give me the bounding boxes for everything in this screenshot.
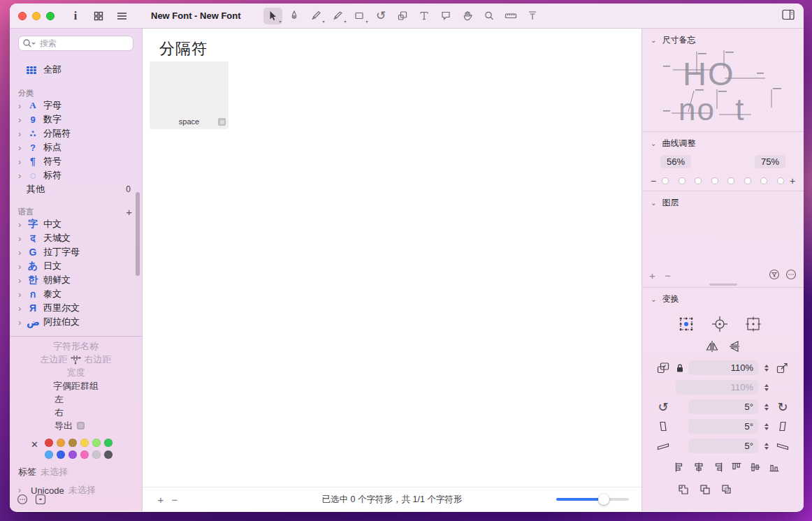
filter-kerning-group[interactable]: 字偶距群组 — [18, 379, 133, 392]
glyph-cell-space[interactable]: space — [150, 61, 229, 129]
clear-color-button[interactable]: ✕ — [31, 436, 39, 460]
sidebar-item-separators[interactable]: › ∴ 分隔符 — [18, 126, 133, 140]
sidebar-toggle-button[interactable] — [781, 8, 795, 24]
filter-width[interactable]: 宽度 — [18, 366, 133, 379]
filter-left-margin[interactable]: 左边距 — [41, 353, 68, 366]
remove-layer-button[interactable]: − — [665, 270, 680, 281]
select-tool[interactable]: ▾ — [263, 8, 282, 24]
align-center-v-button[interactable] — [750, 462, 761, 475]
filter-glyph-name[interactable]: 字符形名称 — [18, 339, 133, 353]
sidebar-scrollbar[interactable] — [136, 192, 140, 276]
zoom-tool[interactable] — [480, 8, 499, 24]
sidebar-item-other[interactable]: 其他 0 — [18, 182, 133, 196]
disclosure-chevron-icon[interactable]: › — [18, 317, 27, 328]
flip-vertical-button[interactable] — [727, 339, 742, 355]
sidebar-item-all[interactable]: 全部 — [18, 62, 133, 78]
curve-step-radio[interactable] — [727, 177, 734, 184]
fit-curve-min-field[interactable]: 56% — [660, 155, 691, 168]
subtract-button[interactable] — [699, 483, 711, 498]
sidebar-item-arabic[interactable]: › ض 阿拉伯文 — [18, 315, 133, 329]
close-button[interactable] — [18, 12, 27, 20]
disclosure-chevron-icon[interactable]: › — [18, 303, 27, 314]
text-tool[interactable] — [415, 8, 434, 24]
curve-step-radio[interactable] — [777, 177, 784, 184]
align-right-button[interactable] — [712, 462, 723, 475]
disclosure-chevron-icon[interactable]: › — [18, 289, 27, 300]
brush-tool[interactable]: ▾ — [328, 8, 347, 24]
color-dot[interactable] — [92, 439, 101, 447]
rotate-stepper[interactable] — [762, 401, 770, 413]
fit-curve-max-field[interactable]: 75% — [755, 155, 785, 168]
intersect-button[interactable] — [720, 483, 733, 498]
align-bottom-button[interactable] — [769, 462, 780, 475]
color-dot[interactable] — [57, 450, 65, 459]
disclosure-chevron-icon[interactable]: › — [18, 233, 27, 244]
curve-step-radio[interactable] — [695, 177, 702, 184]
pen-tool[interactable] — [285, 8, 304, 24]
fit-curve-section-header[interactable]: ⌄ 曲线调整 — [642, 132, 804, 152]
slant-left-button[interactable] — [655, 420, 672, 432]
align-left-button[interactable] — [674, 462, 686, 475]
scale-y-field[interactable]: 110% — [676, 380, 758, 395]
font-info-button[interactable]: i — [67, 8, 84, 24]
fit-curve-minus-button[interactable]: − — [648, 175, 659, 186]
sidebar-item-punctuation[interactable]: › ? 标点 — [18, 140, 133, 154]
flip-horizontal-button[interactable] — [704, 339, 720, 355]
lock-proportions-toggle[interactable] — [676, 363, 684, 373]
resize-handle[interactable] — [709, 284, 737, 286]
disclosure-chevron-icon[interactable]: › — [18, 247, 27, 258]
pencil-tool[interactable]: ▾ — [307, 8, 326, 24]
color-dot[interactable] — [45, 439, 53, 447]
curve-step-radio[interactable] — [711, 177, 718, 184]
sidebar-item-japanese[interactable]: › あ 日文 — [18, 259, 133, 273]
filter-export[interactable]: 导出 — [18, 419, 133, 432]
slant-stepper[interactable] — [762, 420, 770, 433]
scale-x-stepper[interactable] — [762, 362, 770, 374]
skew-stepper[interactable] — [762, 440, 770, 453]
chevron-down-icon[interactable]: ⌄ — [651, 199, 656, 207]
origin-crosshair-button[interactable] — [711, 315, 729, 335]
transform-section-header[interactable]: ⌄ 变换 — [642, 288, 804, 308]
measure-tool[interactable] — [523, 8, 542, 24]
collapse-panel-button[interactable] — [35, 494, 46, 507]
chevron-down-icon[interactable]: ⌄ — [651, 36, 656, 44]
sidebar-item-cyrillic[interactable]: › Я 西里尔文 — [18, 301, 133, 315]
transform-tool[interactable] — [393, 8, 412, 24]
add-language-button[interactable]: + — [126, 206, 132, 218]
union-button[interactable] — [677, 483, 690, 498]
align-center-h-button[interactable] — [693, 462, 704, 475]
color-dot[interactable] — [104, 439, 113, 447]
tags-row[interactable]: 标签 未选择 — [18, 466, 133, 478]
scale-x-field[interactable]: 110% — [688, 360, 758, 375]
annotation-tool[interactable] — [437, 8, 456, 24]
grid-view-button[interactable] — [90, 8, 107, 24]
skew-left-button[interactable] — [655, 441, 672, 452]
skew-field[interactable]: 5° — [688, 439, 758, 453]
origin-bounding-box-button[interactable] — [677, 315, 695, 335]
curve-step-radio[interactable] — [744, 177, 751, 184]
sidebar-item-korean[interactable]: › 한 朝鲜文 — [18, 273, 133, 287]
curve-step-radio[interactable] — [662, 177, 669, 184]
zoom-window-button[interactable] — [46, 12, 55, 20]
color-dot[interactable] — [92, 450, 101, 459]
chevron-down-icon[interactable]: ⌄ — [651, 295, 656, 303]
sidebar-item-chinese[interactable]: › 字 中文 — [18, 217, 133, 231]
align-top-button[interactable] — [731, 462, 742, 475]
rotate-tool[interactable]: ↺ — [372, 8, 391, 24]
sidebar-item-thai[interactable]: › ก 泰文 — [18, 287, 133, 301]
ruler-tool[interactable] — [502, 8, 521, 24]
disclosure-chevron-icon[interactable]: › — [18, 142, 27, 153]
minimize-button[interactable] — [32, 12, 41, 20]
color-dot[interactable] — [57, 439, 65, 447]
cell-size-slider[interactable] — [556, 494, 629, 505]
filter-right-margin[interactable]: 右边距 — [85, 353, 112, 366]
disclosure-chevron-icon[interactable]: › — [18, 129, 27, 139]
hand-tool[interactable] — [458, 8, 477, 24]
color-dot[interactable] — [45, 450, 53, 459]
color-dot[interactable] — [68, 439, 77, 447]
skew-right-button[interactable] — [774, 441, 791, 452]
layers-more-button[interactable] — [785, 269, 797, 282]
disclosure-chevron-icon[interactable]: › — [18, 101, 27, 111]
color-dot[interactable] — [104, 450, 113, 459]
filter-right[interactable]: 右 — [18, 406, 133, 419]
